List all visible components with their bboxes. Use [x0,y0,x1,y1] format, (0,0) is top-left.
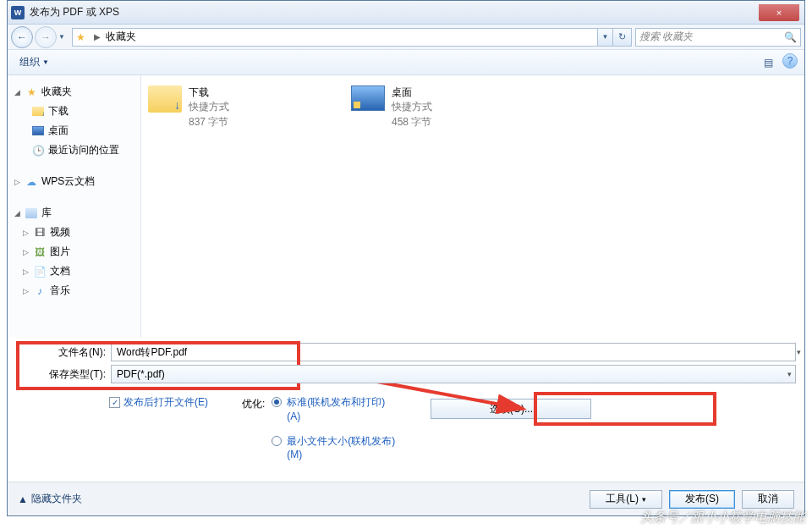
sidebar-favorites[interactable]: ◢★收藏夹 [13,82,140,102]
desktop-icon [351,85,385,111]
optimize-standard-radio[interactable]: 标准(联机发布和打印)(A) [272,395,397,424]
sidebar-pictures[interactable]: ▷🖼图片 [13,242,140,262]
filename-input[interactable]: Word转PDF.pdf▾ [111,343,796,361]
cancel-button[interactable]: 取消 [742,490,794,509]
checkbox-icon: ✓ [109,397,120,408]
savetype-combo[interactable]: PDF(*.pdf)▾ [111,365,796,383]
window-title: 发布为 PDF 或 XPS [30,5,119,19]
search-input[interactable]: 搜索 收藏夹 🔍 [635,28,801,47]
sidebar-music[interactable]: ▷♪音乐 [13,281,140,300]
sidebar-documents[interactable]: ▷📄文档 [13,262,140,281]
form-area: 文件名(N): Word转PDF.pdf▾ 保存类型(T): PDF(*.pdf… [8,338,804,464]
file-type: 快捷方式 [392,100,432,114]
toolbar: 组织▼ ▤ ? [8,50,804,75]
sidebar-videos[interactable]: ▷🎞视频 [13,223,140,242]
sidebar-recent[interactable]: 🕒最近访问的位置 [13,141,140,160]
organize-menu[interactable]: 组织▼ [14,52,54,72]
savetype-label: 保存类型(T): [16,367,111,382]
tools-button[interactable]: 工具(L) [590,490,662,509]
sidebar-wps[interactable]: ▷☁WPS云文档 [13,172,140,191]
hide-folders-toggle[interactable]: ▲ 隐藏文件夹 [18,492,82,506]
file-type: 快捷方式 [189,100,229,114]
refresh-button[interactable]: ↻ [613,28,632,47]
file-item[interactable]: 下载 快捷方式 837 字节 [148,85,334,129]
titlebar[interactable]: W 发布为 PDF 或 XPS × [8,1,804,25]
nav-bar: ← → ▼ ★ ▶ 收藏夹 ▼ ↻ 搜索 收藏夹 🔍 [8,25,804,50]
optimize-label: 优化: [242,395,265,462]
open-after-checkbox[interactable]: ✓ 发布后打开文件(E) [109,395,208,410]
publish-button[interactable]: 发布(S) [669,490,735,509]
search-placeholder: 搜索 收藏夹 [639,30,693,44]
file-name: 下载 [189,85,229,100]
address-dropdown[interactable]: ▼ [598,28,613,47]
optimize-min-radio[interactable]: 最小文件大小(联机发布)(M) [272,434,397,463]
close-button[interactable]: × [759,4,799,21]
search-icon: 🔍 [784,31,797,43]
options-button[interactable]: 选项(O)... [431,399,591,419]
address-location: 收藏夹 [106,30,136,44]
back-button[interactable]: ← [11,26,33,48]
address-bar[interactable]: ★ ▶ 收藏夹 [72,28,598,47]
chevron-up-icon: ▲ [18,493,28,505]
folder-download-icon [148,85,182,113]
sidebar-libraries[interactable]: ◢库 [13,203,140,223]
file-item[interactable]: 桌面 快捷方式 458 字节 [351,85,537,129]
favorites-icon: ★ [76,31,85,43]
sidebar-desktop[interactable]: 桌面 [13,121,140,141]
chevron-right-icon: ▶ [94,32,101,41]
file-size: 837 字节 [189,115,229,129]
file-size: 458 字节 [392,115,432,129]
sidebar-downloads[interactable]: 下载 [13,102,140,121]
sidebar: ◢★收藏夹 下载 桌面 🕒最近访问的位置 ▷☁WPS云文档 ◢库 ▷🎞视频 ▷🖼… [8,75,141,338]
save-dialog-window: W 发布为 PDF 或 XPS × ← → ▼ ★ ▶ 收藏夹 ▼ ↻ 搜索 收… [7,0,805,516]
dialog-footer: ▲ 隐藏文件夹 工具(L) 发布(S) 取消 [8,482,804,515]
forward-button[interactable]: → [35,26,57,48]
view-mode-button[interactable]: ▤ [759,53,777,72]
filename-label: 文件名(N): [16,345,111,360]
app-icon: W [11,6,25,19]
radio-icon [272,397,282,407]
radio-icon [272,436,282,446]
file-list[interactable]: 下载 快捷方式 837 字节 桌面 快捷方式 458 字节 [141,75,804,338]
help-button[interactable]: ? [782,53,798,69]
file-name: 桌面 [392,85,432,100]
nav-history-dropdown[interactable]: ▼ [58,33,69,41]
